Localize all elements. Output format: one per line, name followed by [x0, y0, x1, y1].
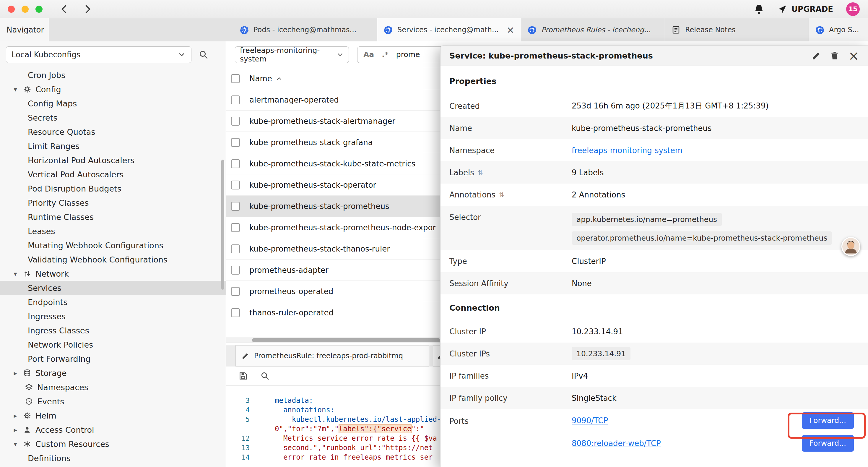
sidebar-item-storage[interactable]: ▸ Storage [0, 366, 226, 380]
property-row-type: Type ClusterIP [440, 250, 868, 272]
bell-icon[interactable] [754, 4, 764, 14]
sidebar-item-runtime-classes[interactable]: Runtime Classes [0, 210, 226, 224]
tab-pods[interactable]: Pods - icecheng@mathmas... [234, 18, 377, 41]
sidebar-item-ingress-classes[interactable]: Ingress Classes [0, 323, 226, 338]
forward-port-button[interactable]: Forward... [802, 435, 854, 451]
sidebar-item-cron-jobs[interactable]: Cron Jobs [0, 68, 226, 82]
sidebar-item-namespaces[interactable]: Namespaces [0, 380, 226, 394]
sidebar-item-helm[interactable]: ▸ Helm [0, 408, 226, 423]
search-icon[interactable] [260, 371, 270, 381]
chevron-down-icon: ▾ [12, 86, 19, 93]
save-icon[interactable] [239, 371, 248, 381]
navigator-panel-tab[interactable]: Navigator [0, 18, 49, 41]
sidebar-item-network-policies[interactable]: Network Policies [0, 338, 226, 352]
kubernetes-icon [815, 25, 824, 34]
row-checkbox[interactable] [231, 287, 240, 296]
edit-pencil-icon[interactable] [812, 51, 821, 61]
upgrade-button[interactable]: UPGRADE [777, 4, 833, 14]
property-row-name: Name kube-prometheus-stack-prometheus [440, 117, 868, 139]
select-all-checkbox[interactable] [231, 74, 240, 83]
close-drawer-icon[interactable]: × [848, 49, 859, 62]
zoom-window-button[interactable] [35, 6, 42, 13]
close-tab-icon[interactable]: × [506, 25, 514, 35]
expand-collapse-icon[interactable]: ⇅ [478, 169, 483, 176]
port-link[interactable]: 9090/TCP [572, 416, 608, 425]
search-query-text: prome [396, 50, 420, 59]
minimize-window-button[interactable] [22, 6, 29, 13]
namespace-link[interactable]: freeleaps-monitoring-system [572, 146, 682, 155]
sidebar-item-network[interactable]: ▾ Network [0, 267, 226, 281]
editor-tab-prometheusrule[interactable]: PrometheusRule: freeleaps-prod-rabbitmq [236, 345, 429, 367]
sidebar-item-secrets[interactable]: Secrets [0, 111, 226, 125]
row-checkbox[interactable] [231, 117, 240, 126]
sidebar-item-events[interactable]: Events [0, 394, 226, 408]
chevron-right-icon: ▸ [12, 412, 19, 419]
port-link[interactable]: 8080:reloader-web/TCP [572, 439, 661, 448]
user-avatar[interactable] [841, 237, 860, 256]
property-row-ip-families: IP families IPv4 [440, 365, 868, 387]
chevron-right-icon: ▸ [12, 426, 19, 434]
forward-port-button[interactable]: Forward... [802, 412, 854, 429]
row-checkbox[interactable] [231, 181, 240, 189]
upgrade-label: UPGRADE [792, 5, 833, 13]
row-checkbox[interactable] [231, 223, 240, 232]
sidebar-item-resource-quotas[interactable]: Resource Quotas [0, 125, 226, 139]
sidebar-item-endpoints[interactable]: Endpoints [0, 295, 226, 309]
sidebar-item-vertical-pod-autoscalers[interactable]: Vertical Pod Autoscalers [0, 167, 226, 181]
resource-tree: Cron Jobs ▾ Config Config Maps Secrets R… [0, 68, 226, 467]
row-checkbox[interactable] [231, 202, 240, 211]
sidebar-item-services[interactable]: Services [0, 281, 226, 295]
back-button[interactable] [59, 4, 70, 14]
sidebar-item-validating-webhook-configurations[interactable]: Validating Webhook Configurations [0, 253, 226, 267]
line-number: 12 [226, 435, 250, 442]
property-row-ip-family-policy: IP family policy SingleStack [440, 387, 868, 409]
notification-badge[interactable]: 15 [846, 2, 860, 16]
sidebar-item-pod-disruption-budgets[interactable]: Pod Disruption Budgets [0, 181, 226, 196]
port-line: 8080:reloader-web/TCP Forward... [572, 432, 868, 455]
property-row-labels: Labels⇅ 9 Labels [440, 162, 868, 183]
sidebar-item-mutating-webhook-configurations[interactable]: Mutating Webhook Configurations [0, 238, 226, 253]
chevron-down-icon [178, 51, 186, 59]
sidebar-item-priority-classes[interactable]: Priority Classes [0, 196, 226, 210]
code-line: metadata: [250, 396, 313, 405]
property-row-cluster-ips: Cluster IPs 10.233.14.91 [440, 343, 868, 365]
sidebar-item-custom-resources[interactable]: ▾ Custom Resources [0, 437, 226, 451]
sidebar-item-leases[interactable]: Leases [0, 224, 226, 238]
kubeconfig-selector[interactable]: Local Kubeconfigs [6, 47, 191, 63]
line-number: 13 [226, 444, 250, 451]
sidebar-scrollbar[interactable] [221, 159, 224, 290]
row-checkbox[interactable] [231, 138, 240, 147]
regex-toggle[interactable]: .* [382, 50, 389, 59]
sidebar-item-config-maps[interactable]: Config Maps [0, 96, 226, 111]
sidebar-item-ingresses[interactable]: Ingresses [0, 309, 226, 323]
sidebar-item-access-control[interactable]: ▸ Access Control [0, 423, 226, 437]
close-window-button[interactable] [8, 6, 15, 13]
scrollbar-thumb[interactable] [252, 338, 440, 342]
tab-release-notes[interactable]: Release Notes [665, 18, 809, 41]
tab-prometheus-rules[interactable]: Prometheus Rules - icecheng... [521, 18, 665, 41]
namespace-filter-dropdown[interactable]: freeleaps-monitoring-system [235, 47, 349, 63]
delete-trash-icon[interactable] [830, 51, 839, 61]
helm-wheel-icon [23, 412, 31, 419]
row-checkbox[interactable] [231, 266, 240, 274]
kubernetes-icon [528, 25, 536, 34]
row-checkbox[interactable] [231, 244, 240, 253]
sidebar-item-config[interactable]: ▾ Config [0, 82, 226, 96]
row-checkbox[interactable] [231, 95, 240, 104]
row-checkbox[interactable] [231, 159, 240, 168]
sidebar-item-definitions[interactable]: Definitions [0, 451, 226, 465]
expand-collapse-icon[interactable]: ⇅ [499, 191, 504, 198]
cluster-ip-chip: 10.233.14.91 [572, 347, 630, 360]
tab-argo[interactable]: Argo S... [809, 18, 868, 41]
forward-button[interactable] [82, 4, 93, 14]
sidebar-item-limit-ranges[interactable]: Limit Ranges [0, 139, 226, 153]
match-case-toggle[interactable]: Aa [363, 50, 374, 59]
property-row-created: Created 253d 16h 6m ago (2025年1月13日 GMT+… [440, 95, 868, 117]
name-column-header[interactable]: Name [249, 74, 283, 83]
search-icon[interactable] [198, 50, 209, 60]
row-checkbox[interactable] [231, 308, 240, 317]
tab-services[interactable]: Services - icecheng@math... × [377, 18, 521, 41]
property-row-session-affinity: Session Affinity None [440, 272, 868, 294]
sidebar-item-port-forwarding[interactable]: Port Forwarding [0, 352, 226, 366]
sidebar-item-horizontal-pod-autoscalers[interactable]: Horizontal Pod Autoscalers [0, 153, 226, 167]
